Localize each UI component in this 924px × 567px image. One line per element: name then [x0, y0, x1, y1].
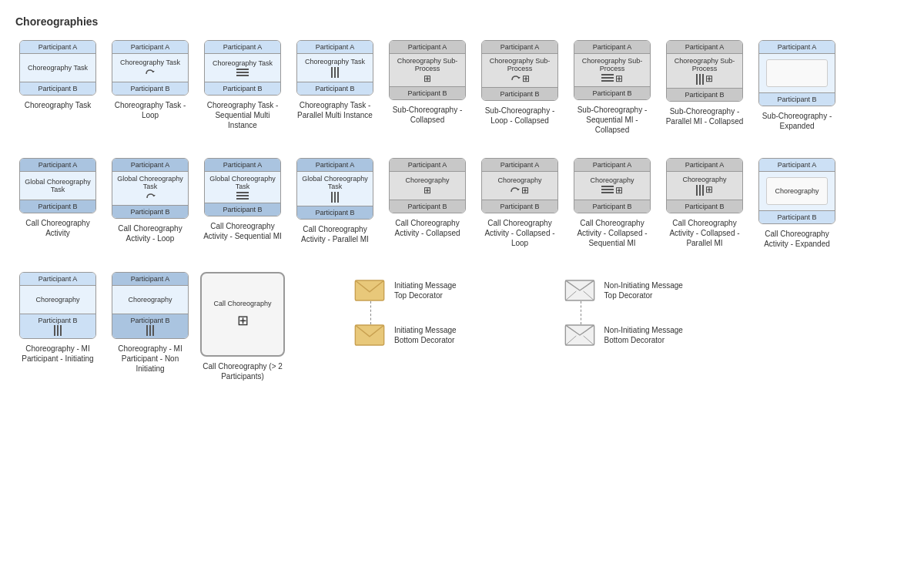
non-initiating-top-label: Non-Initiating MessageTop Decorator: [604, 280, 683, 300]
choreo-item-choreo-task-par-mi: Participant A Choreography Task Particip…: [293, 40, 377, 135]
initiating-bot-envelope: [354, 324, 385, 346]
choreo-item-sub-choreo-expanded: Participant A Participant B Sub-Choreogr…: [755, 40, 839, 135]
item-label-call-choreo-activity: Call Choreography Activity: [15, 218, 100, 238]
item-label-call-choreo-par-mi: Call Choreography Activity - Parallel MI: [293, 224, 377, 244]
choreo-item-call-choreo-collapsed-seq-mi: Participant A Choreography⊞ Participant …: [570, 158, 654, 249]
choreo-item-call-choreo-activity: Participant A Global Choreography Task P…: [15, 158, 100, 249]
initiating-decorator-column: Initiating MessageTop Decorator Initiati…: [354, 280, 457, 346]
choreo-item-choreo-task-seq-mi: Participant A Choreography Task Particip…: [200, 40, 285, 135]
choreo-item-call-choreo-expanded: Participant A Choreography Participant B…: [755, 158, 839, 249]
choreo-item-choreo-task-loop: Participant A Choreography Task Particip…: [108, 40, 192, 135]
row1-section: Participant A Choreography Task Particip…: [15, 40, 909, 135]
choreo-item-choreo-mi-initiating: Participant A Choreography Participant B…: [15, 272, 100, 381]
choreo-item-call-choreo-collapsed: Participant A Choreography⊞ Participant …: [385, 158, 470, 249]
item-label-call-choreo-expanded: Call Choreography Activity - Expanded: [755, 229, 839, 249]
initiating-message-top-decorator: Initiating MessageTop Decorator: [354, 280, 457, 301]
choreo-item-sub-choreo-collapsed: Participant A Choreography Sub-Process⊞ …: [385, 40, 470, 135]
choreo-item-call-choreo-par-mi: Participant A Global Choreography Task P…: [293, 158, 377, 249]
item-label-call-choreo-2plus: Call Choreography (> 2 Participants): [200, 361, 285, 381]
decorators-section: Initiating MessageTop Decorator Initiati…: [354, 280, 683, 346]
item-label-call-choreo-loop: Call Choreography Activity - Loop: [108, 223, 192, 243]
initiating-bot-label: Initiating MessageBottom Decorator: [394, 325, 457, 345]
item-label-call-choreo-collapsed-par-mi: Call Choreography Activity - Collapsed -…: [662, 218, 747, 248]
svg-marker-3: [517, 189, 520, 190]
item-label-sub-choreo-collapsed: Sub-Choreography - Collapsed: [385, 105, 470, 125]
choreo-item-sub-choreo-seq-mi-collapsed: Participant A Choreography Sub-Process⊞ …: [570, 40, 654, 135]
choreo-item-call-choreo-loop: Participant A Global Choreography Task P…: [108, 158, 192, 249]
item-label-choreo-task-loop: Choreography Task - Loop: [108, 100, 192, 120]
choreo-item-sub-choreo-loop-collapsed: Participant A Choreography Sub-Process⊞ …: [477, 40, 562, 135]
choreo-item-choreo-mi-non-initiating: Participant A Choreography Participant B…: [108, 272, 192, 381]
choreo-item-call-choreo-2plus: Call Choreography ⊞ Call Choreography (>…: [200, 272, 285, 381]
item-label-call-choreo-collapsed: Call Choreography Activity - Collapsed: [385, 218, 470, 238]
svg-marker-0: [152, 71, 155, 72]
item-label-choreo-mi-non-initiating: Choreography - MI Participant - Non Init…: [108, 344, 192, 374]
choreo-item-call-choreo-collapsed-par-mi: Participant A Choreography⊞ Participant …: [662, 158, 747, 249]
row2-section: Participant A Global Choreography Task P…: [15, 158, 909, 249]
non-initiating-bot-label: Non-Initiating MessageBottom Decorator: [604, 325, 683, 345]
non-initiating-top-envelope: [564, 280, 595, 301]
non-initiating-message-top-decorator: Non-Initiating MessageTop Decorator: [564, 280, 683, 301]
initiating-message-bottom-decorator: Initiating MessageBottom Decorator: [354, 324, 457, 346]
non-initiating-bot-envelope: [564, 324, 595, 346]
choreo-item-sub-choreo-par-mi-collapsed: Participant A Choreography Sub-Process⊞ …: [662, 40, 747, 135]
item-label-choreo-task-par-mi: Choreography Task - Parallel Multi Insta…: [293, 100, 377, 120]
choreo-item-call-choreo-collapsed-loop: Participant A Choreography⊞ Participant …: [477, 158, 562, 249]
item-label-sub-choreo-expanded: Sub-Choreography - Expanded: [755, 111, 839, 131]
page-title: Choreographies: [15, 15, 909, 28]
initiating-top-envelope: [354, 280, 385, 301]
row2: Participant A Global Choreography Task P…: [15, 158, 909, 249]
item-label-choreo-task: Choreography Task: [25, 100, 92, 110]
row1: Participant A Choreography Task Particip…: [15, 40, 909, 135]
item-label-sub-choreo-par-mi-collapsed: Sub-Choreography - Parallel MI - Collaps…: [662, 106, 747, 126]
item-label-call-choreo-collapsed-loop: Call Choreography Activity - Collapsed -…: [477, 218, 562, 248]
item-label-sub-choreo-seq-mi-collapsed: Sub-Choreography - Sequential MI - Colla…: [570, 105, 654, 135]
item-label-call-choreo-collapsed-seq-mi: Call Choreography Activity - Collapsed -…: [570, 218, 654, 248]
item-label-choreo-mi-initiating: Choreography - MI Participant - Initiati…: [15, 344, 100, 364]
row3-section: Participant A Choreography Participant B…: [15, 272, 909, 381]
non-initiating-decorator-column: Non-Initiating MessageTop Decorator Non-…: [564, 280, 683, 346]
svg-marker-2: [152, 195, 156, 196]
choreo-item-choreo-task: Participant A Choreography Task Particip…: [15, 40, 100, 135]
row3: Participant A Choreography Participant B…: [15, 272, 285, 381]
item-label-call-choreo-seq-mi: Call Choreography Activity - Sequential …: [200, 221, 285, 241]
svg-marker-1: [517, 77, 521, 79]
choreo-item-call-choreo-seq-mi: Participant A Global Choreography Task P…: [200, 158, 285, 249]
item-label-sub-choreo-loop-collapsed: Sub-Choreography - Loop - Collapsed: [477, 106, 562, 126]
item-label-choreo-task-seq-mi: Choreography Task - Sequential Multi Ins…: [200, 100, 285, 130]
non-initiating-message-bottom-decorator: Non-Initiating MessageBottom Decorator: [564, 324, 683, 346]
initiating-top-label: Initiating MessageTop Decorator: [394, 280, 457, 300]
